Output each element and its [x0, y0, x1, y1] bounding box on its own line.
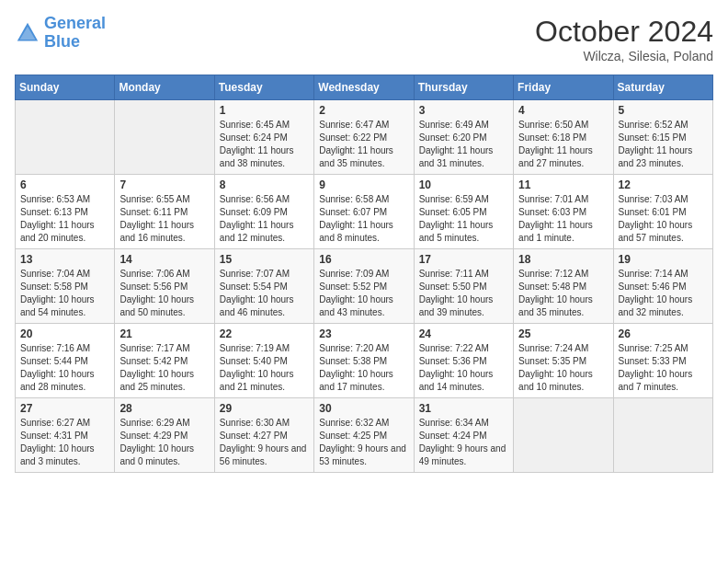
day-info: Sunrise: 6:49 AM Sunset: 6:20 PM Dayligh… — [419, 119, 508, 170]
day-of-week-header: Sunday — [16, 75, 115, 100]
month-title: October 2024 — [535, 15, 713, 49]
day-info: Sunrise: 6:32 AM Sunset: 4:25 PM Dayligh… — [319, 417, 408, 468]
calendar-table: SundayMondayTuesdayWednesdayThursdayFrid… — [15, 75, 713, 473]
calendar-cell: 25Sunrise: 7:24 AM Sunset: 5:35 PM Dayli… — [514, 324, 613, 398]
calendar-cell — [514, 398, 613, 473]
calendar-cell: 18Sunrise: 7:12 AM Sunset: 5:48 PM Dayli… — [514, 249, 613, 324]
calendar-cell: 23Sunrise: 7:20 AM Sunset: 5:38 PM Dayli… — [314, 324, 414, 398]
calendar-cell: 2Sunrise: 6:47 AM Sunset: 6:22 PM Daylig… — [314, 100, 414, 175]
calendar-cell: 11Sunrise: 7:01 AM Sunset: 6:03 PM Dayli… — [514, 175, 613, 249]
calendar-week-row: 1Sunrise: 6:45 AM Sunset: 6:24 PM Daylig… — [16, 100, 713, 175]
logo: General Blue — [15, 15, 106, 52]
calendar-cell: 7Sunrise: 6:55 AM Sunset: 6:11 PM Daylig… — [115, 175, 214, 249]
day-number: 14 — [119, 253, 209, 266]
day-info: Sunrise: 7:22 AM Sunset: 5:36 PM Dayligh… — [419, 342, 508, 394]
day-info: Sunrise: 6:45 AM Sunset: 6:24 PM Dayligh… — [220, 119, 309, 170]
calendar-cell: 31Sunrise: 6:34 AM Sunset: 4:24 PM Dayli… — [414, 398, 513, 473]
logo-text: General Blue — [44, 15, 106, 52]
day-number: 28 — [119, 402, 209, 415]
calendar-cell: 22Sunrise: 7:19 AM Sunset: 5:40 PM Dayli… — [214, 324, 313, 398]
day-of-week-header: Monday — [115, 75, 214, 100]
day-number: 24 — [419, 327, 508, 340]
calendar-cell — [613, 398, 712, 473]
calendar-cell: 24Sunrise: 7:22 AM Sunset: 5:36 PM Dayli… — [414, 324, 513, 398]
day-info: Sunrise: 6:55 AM Sunset: 6:11 PM Dayligh… — [119, 193, 209, 245]
calendar-cell: 9Sunrise: 6:58 AM Sunset: 6:07 PM Daylig… — [314, 175, 414, 249]
day-number: 3 — [419, 104, 508, 117]
day-number: 17 — [419, 253, 508, 266]
day-number: 7 — [119, 178, 209, 191]
day-number: 9 — [319, 178, 408, 191]
day-info: Sunrise: 7:09 AM Sunset: 5:52 PM Dayligh… — [319, 268, 408, 319]
calendar-cell: 29Sunrise: 6:30 AM Sunset: 4:27 PM Dayli… — [214, 398, 313, 473]
day-info: Sunrise: 7:07 AM Sunset: 5:54 PM Dayligh… — [220, 268, 309, 319]
calendar-cell — [16, 100, 115, 175]
day-info: Sunrise: 7:16 AM Sunset: 5:44 PM Dayligh… — [20, 342, 109, 394]
day-number: 20 — [20, 327, 109, 340]
day-number: 15 — [220, 253, 309, 266]
day-info: Sunrise: 6:50 AM Sunset: 6:18 PM Dayligh… — [518, 119, 608, 170]
day-number: 18 — [518, 253, 608, 266]
calendar-week-row: 27Sunrise: 6:27 AM Sunset: 4:31 PM Dayli… — [16, 398, 713, 473]
day-info: Sunrise: 7:20 AM Sunset: 5:38 PM Dayligh… — [319, 342, 408, 394]
calendar-cell: 30Sunrise: 6:32 AM Sunset: 4:25 PM Dayli… — [314, 398, 414, 473]
day-number: 1 — [220, 104, 309, 117]
day-number: 30 — [319, 402, 408, 415]
day-info: Sunrise: 7:01 AM Sunset: 6:03 PM Dayligh… — [518, 193, 608, 245]
title-block: October 2024 Wilcza, Silesia, Poland — [535, 15, 713, 63]
day-number: 16 — [319, 253, 408, 266]
calendar-cell: 13Sunrise: 7:04 AM Sunset: 5:58 PM Dayli… — [16, 249, 115, 324]
calendar-cell — [115, 100, 214, 175]
day-of-week-header: Tuesday — [214, 75, 313, 100]
day-info: Sunrise: 7:06 AM Sunset: 5:56 PM Dayligh… — [119, 268, 209, 319]
day-info: Sunrise: 7:03 AM Sunset: 6:01 PM Dayligh… — [619, 193, 708, 245]
calendar-cell: 21Sunrise: 7:17 AM Sunset: 5:42 PM Dayli… — [115, 324, 214, 398]
day-info: Sunrise: 6:56 AM Sunset: 6:09 PM Dayligh… — [220, 193, 309, 245]
day-number: 6 — [20, 178, 109, 191]
day-info: Sunrise: 6:59 AM Sunset: 6:05 PM Dayligh… — [419, 193, 508, 245]
calendar-cell: 8Sunrise: 6:56 AM Sunset: 6:09 PM Daylig… — [214, 175, 313, 249]
day-number: 31 — [419, 402, 508, 415]
calendar-cell: 27Sunrise: 6:27 AM Sunset: 4:31 PM Dayli… — [16, 398, 115, 473]
day-of-week-header: Saturday — [613, 75, 712, 100]
day-info: Sunrise: 6:52 AM Sunset: 6:15 PM Dayligh… — [619, 119, 708, 170]
day-info: Sunrise: 6:53 AM Sunset: 6:13 PM Dayligh… — [20, 193, 109, 245]
calendar-week-row: 6Sunrise: 6:53 AM Sunset: 6:13 PM Daylig… — [16, 175, 713, 249]
calendar-cell: 19Sunrise: 7:14 AM Sunset: 5:46 PM Dayli… — [613, 249, 712, 324]
day-info: Sunrise: 7:12 AM Sunset: 5:48 PM Dayligh… — [518, 268, 608, 319]
day-number: 10 — [419, 178, 508, 191]
day-info: Sunrise: 7:14 AM Sunset: 5:46 PM Dayligh… — [619, 268, 708, 319]
calendar-cell: 12Sunrise: 7:03 AM Sunset: 6:01 PM Dayli… — [613, 175, 712, 249]
day-number: 29 — [220, 402, 309, 415]
day-of-week-header: Friday — [514, 75, 613, 100]
day-number: 23 — [319, 327, 408, 340]
calendar-cell: 15Sunrise: 7:07 AM Sunset: 5:54 PM Dayli… — [214, 249, 313, 324]
day-number: 8 — [220, 178, 309, 191]
day-info: Sunrise: 7:24 AM Sunset: 5:35 PM Dayligh… — [518, 342, 608, 394]
day-number: 22 — [220, 327, 309, 340]
day-info: Sunrise: 7:11 AM Sunset: 5:50 PM Dayligh… — [419, 268, 508, 319]
calendar-cell: 4Sunrise: 6:50 AM Sunset: 6:18 PM Daylig… — [514, 100, 613, 175]
day-of-week-header: Wednesday — [314, 75, 414, 100]
logo-icon — [15, 20, 40, 46]
day-info: Sunrise: 6:47 AM Sunset: 6:22 PM Dayligh… — [319, 119, 408, 170]
day-info: Sunrise: 7:25 AM Sunset: 5:33 PM Dayligh… — [619, 342, 708, 394]
day-info: Sunrise: 6:58 AM Sunset: 6:07 PM Dayligh… — [319, 193, 408, 245]
calendar-cell: 16Sunrise: 7:09 AM Sunset: 5:52 PM Dayli… — [314, 249, 414, 324]
calendar-cell: 17Sunrise: 7:11 AM Sunset: 5:50 PM Dayli… — [414, 249, 513, 324]
calendar-cell: 10Sunrise: 6:59 AM Sunset: 6:05 PM Dayli… — [414, 175, 513, 249]
day-info: Sunrise: 6:30 AM Sunset: 4:27 PM Dayligh… — [220, 417, 309, 468]
day-info: Sunrise: 7:04 AM Sunset: 5:58 PM Dayligh… — [20, 268, 109, 319]
calendar-cell: 28Sunrise: 6:29 AM Sunset: 4:29 PM Dayli… — [115, 398, 214, 473]
page-header: General Blue October 2024 Wilcza, Silesi… — [15, 15, 713, 63]
day-info: Sunrise: 6:29 AM Sunset: 4:29 PM Dayligh… — [119, 417, 209, 468]
calendar-cell: 14Sunrise: 7:06 AM Sunset: 5:56 PM Dayli… — [115, 249, 214, 324]
day-number: 27 — [20, 402, 109, 415]
day-number: 5 — [619, 104, 708, 117]
day-info: Sunrise: 7:17 AM Sunset: 5:42 PM Dayligh… — [119, 342, 209, 394]
day-number: 25 — [518, 327, 608, 340]
calendar-header-row: SundayMondayTuesdayWednesdayThursdayFrid… — [16, 75, 713, 100]
day-info: Sunrise: 7:19 AM Sunset: 5:40 PM Dayligh… — [220, 342, 309, 394]
calendar-cell: 20Sunrise: 7:16 AM Sunset: 5:44 PM Dayli… — [16, 324, 115, 398]
day-number: 19 — [619, 253, 708, 266]
